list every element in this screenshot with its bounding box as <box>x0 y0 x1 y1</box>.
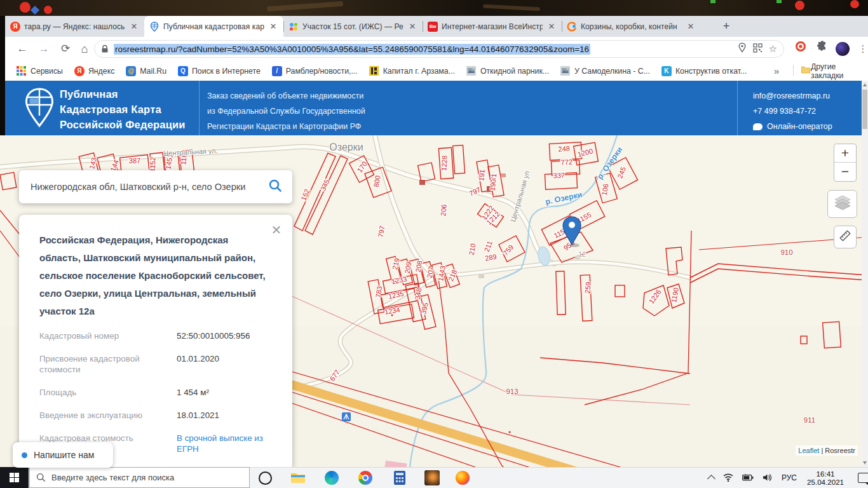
browser-tab-1[interactable]: Публичная кадастровая карт ✕ <box>144 16 283 37</box>
rambler-favicon: / <box>272 66 282 76</box>
bookmark-8[interactable]: KКонструктив откат... <box>661 66 747 76</box>
attribute-value: 18.01.2021 <box>177 410 273 421</box>
action-center-icon[interactable] <box>858 473 868 483</box>
ozon-favicon <box>567 22 577 32</box>
bookmark-7[interactable]: У Самоделкина - С... <box>560 66 650 76</box>
parcel-attribute-row-2: Площадь 1 454 м² <box>39 387 277 398</box>
file-explorer-icon[interactable] <box>289 469 307 487</box>
contact-phone[interactable]: +7 499 938-47-72 <box>753 104 832 119</box>
dots-favicon <box>288 22 299 32</box>
attribute-value[interactable]: В срочной выписке из ЕГРН <box>177 433 273 454</box>
chat-button[interactable]: Напишите нам <box>13 442 113 468</box>
yandex-favicon: Я <box>74 66 85 76</box>
browser-tab-3[interactable]: Ви Интернет-магазин ВсеИнстр ✕ <box>423 16 562 37</box>
mailru-favicon: @ <box>126 66 136 76</box>
edge-icon[interactable] <box>323 469 341 487</box>
parcel-address-title: Российская Федерация, Нижегородская обла… <box>39 231 268 320</box>
language-indicator[interactable]: РУС <box>782 473 797 482</box>
browser-menu-icon[interactable]: ⋮ <box>854 40 868 58</box>
new-tab-button[interactable]: + <box>718 18 735 35</box>
location-icon[interactable] <box>738 43 747 55</box>
map-search-input[interactable] <box>29 181 268 193</box>
yandex-favicon: Я <box>10 22 20 32</box>
bookmark-4[interactable]: /Рамблер/новости,... <box>272 66 358 76</box>
browser-tab-0[interactable]: Я тара.ру — Яндекс: нашлось ✕ <box>5 16 144 37</box>
svg-text:910: 910 <box>780 248 792 256</box>
attribute-label: Кадастровый номер <box>39 330 177 341</box>
address-bar[interactable]: rosreestrmap.ru/?cadNumber=52%3A50%3A001… <box>94 40 784 58</box>
browser-tab-bar: Я тара.ру — Яндекс: нашлось ✕ Публичная … <box>5 16 868 37</box>
url-text[interactable]: rosreestrmap.ru/?cadNumber=52%3A50%3A001… <box>114 44 590 55</box>
tray-chevron-icon[interactable] <box>709 474 714 482</box>
tab-title: Участок 15 сот. (ИЖС) — Ре <box>302 22 403 31</box>
map-measure-button[interactable] <box>834 226 857 248</box>
zoom-out-button[interactable]: − <box>834 163 856 181</box>
windows-logo-icon <box>10 473 19 482</box>
bookmark-3[interactable]: QПоиск в Интернете <box>178 66 261 76</box>
zoom-in-button[interactable]: + <box>834 144 856 163</box>
tab-close-icon[interactable]: ✕ <box>129 22 139 31</box>
bookmark-6[interactable]: Откидной парник... <box>466 66 549 76</box>
pkk-favicon <box>149 22 159 32</box>
profile-avatar[interactable] <box>834 40 851 58</box>
start-button[interactable] <box>0 467 29 488</box>
close-icon[interactable]: ✕ <box>269 222 283 238</box>
tab-close-icon[interactable]: ✕ <box>686 22 696 31</box>
firefox-icon[interactable] <box>454 469 471 487</box>
chrome-icon[interactable] <box>356 469 374 487</box>
parcel-info-panel: ✕ Российская Федерация, Нижегородская об… <box>19 215 292 470</box>
contact-email[interactable]: info@rosreestrmap.ru <box>753 88 832 104</box>
calculator-icon[interactable] <box>391 469 409 487</box>
tab-close-icon[interactable]: ✕ <box>268 22 278 31</box>
svg-text:337: 337 <box>553 172 565 180</box>
search-icon[interactable] <box>268 179 282 195</box>
map-search-box[interactable] <box>19 170 292 203</box>
ruler-icon <box>838 229 852 245</box>
grid9-favicon <box>17 66 27 76</box>
clock[interactable]: 16:41 25.04.2021 <box>807 470 844 486</box>
forward-button[interactable]: → <box>36 41 52 57</box>
bookmark-star-icon[interactable]: ☆ <box>769 43 777 55</box>
map-layers-button[interactable] <box>827 190 857 218</box>
bookmark-5[interactable]: Капитал г. Арзама... <box>369 66 455 76</box>
folder-icon <box>801 65 811 77</box>
scrollbar-thumb[interactable] <box>862 90 867 129</box>
site-title[interactable]: Публичная Кадастровая Карта Российской Ф… <box>60 86 186 132</box>
page-scrollbar[interactable] <box>862 81 868 467</box>
game-icon[interactable] <box>423 469 441 487</box>
other-bookmarks-button[interactable]: Другие закладки <box>801 62 868 80</box>
leaflet-link[interactable]: Leaflet <box>798 447 819 454</box>
cortana-icon[interactable] <box>256 469 274 487</box>
bookmark-1[interactable]: ЯЯндекс <box>74 66 114 76</box>
kblue-favicon: K <box>661 66 672 76</box>
reload-button[interactable]: ⟳ <box>57 41 74 57</box>
tab-close-icon[interactable]: ✕ <box>546 22 557 31</box>
system-tray: РУС 16:41 25.04.2021 <box>704 467 868 488</box>
back-button[interactable]: ← <box>14 41 31 57</box>
qr-grid-icon[interactable] <box>753 43 763 55</box>
bookmarks-overflow-chevron[interactable]: » <box>774 65 779 76</box>
extensions-puzzle-icon[interactable] <box>813 40 831 58</box>
svg-text:248: 248 <box>558 144 570 153</box>
taskbar-search-box[interactable]: Введите здесь текст для поиска <box>29 467 250 488</box>
online-operator-link[interactable]: Онлайн-оператор <box>753 119 832 134</box>
bookmark-0[interactable]: Сервисы <box>17 66 63 76</box>
tab-title: Публичная кадастровая карт <box>163 22 264 31</box>
wifi-icon[interactable] <box>723 473 733 482</box>
svg-text:1228: 1228 <box>440 155 448 171</box>
browser-tab-4[interactable]: Корзины, коробки, контейн ✕ <box>562 16 701 37</box>
home-button[interactable]: ⌂ <box>76 41 93 57</box>
online-dot-icon <box>22 452 27 458</box>
scroll-up-arrow[interactable] <box>863 83 867 86</box>
rosreestr-attribution: Rosreestr <box>825 447 855 454</box>
chat-bubble-icon <box>753 123 763 130</box>
scroll-down-arrow[interactable] <box>863 461 867 464</box>
browser-tab-2[interactable]: Участок 15 сот. (ИЖС) — Ре ✕ <box>283 16 423 37</box>
tab-close-icon[interactable]: ✕ <box>407 22 417 31</box>
search-icon <box>36 473 46 482</box>
extension-target-icon[interactable] <box>792 40 810 58</box>
bookmark-2[interactable]: @Mail.Ru <box>126 66 166 76</box>
volume-icon[interactable] <box>763 473 772 482</box>
battery-icon[interactable] <box>742 474 754 481</box>
svg-text:913: 913 <box>506 388 518 395</box>
